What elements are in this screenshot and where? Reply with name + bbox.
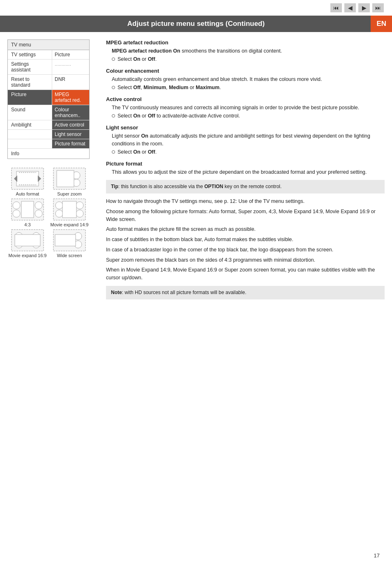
- para-navigate: How to navigate through the TV settings …: [106, 198, 385, 205]
- nav-controls: ⏮ ◀ ▶ ⏭: [330, 3, 384, 12]
- tv-menu-row: Light sensor: [8, 130, 89, 139]
- super-zoom-svg: [53, 167, 86, 190]
- lang-badge: EN: [371, 16, 392, 32]
- svg-rect-9: [57, 170, 74, 187]
- bullet-mpeg: Select On or Off.: [112, 56, 385, 62]
- menu-value-settings-assistant: ............: [52, 60, 89, 74]
- diagram-super-zoom-label: Super zoom: [57, 191, 81, 196]
- top-nav: ⏮ ◀ ▶ ⏭: [0, 0, 392, 16]
- tv-menu-box: TV menu TV settings Picture Settings ass…: [7, 39, 90, 159]
- menu-label-settings-assistant[interactable]: Settings assistant: [8, 60, 52, 74]
- page-title-bar: Adjust picture menu settings (Continued)…: [0, 16, 392, 32]
- svg-point-20: [76, 210, 83, 217]
- menu-label-reset[interactable]: Reset to standard: [8, 75, 52, 90]
- section-body-light: Light sensor On automatically adjusts th…: [112, 132, 385, 147]
- four-three-svg: [11, 198, 44, 221]
- section-body-picture-format: This allows you to adjust the size of th…: [112, 168, 385, 176]
- menu-value-active-control[interactable]: Active control: [52, 120, 89, 129]
- nav-first-button[interactable]: ⏮: [330, 3, 342, 12]
- diagram-movie-169-label: Movie expand 16:9: [9, 253, 47, 258]
- svg-point-11: [13, 202, 20, 209]
- bullet-circle: [112, 150, 115, 154]
- right-panel: MPEG artefact reduction MPEG artefact re…: [98, 39, 385, 304]
- menu-value-picture[interactable]: Picture: [52, 50, 89, 59]
- bullet-circle: [112, 58, 115, 61]
- section-title-picture-format: Picture format: [106, 161, 385, 167]
- movie-169-svg: [11, 229, 44, 252]
- diagram-movie-169: Movie expand 16:9: [7, 229, 48, 258]
- tv-menu-row: Ambilight Active control: [8, 120, 89, 130]
- nav-prev-button[interactable]: ◀: [344, 3, 356, 12]
- main-content: TV menu TV settings Picture Settings ass…: [0, 32, 392, 308]
- tv-menu-row: TV settings Picture: [8, 50, 89, 60]
- svg-rect-15: [21, 201, 34, 218]
- diagram-wide-screen: Wide screen: [49, 229, 90, 258]
- bullet-light: Select On or Off.: [112, 149, 385, 155]
- menu-label-tv-settings[interactable]: TV settings: [8, 50, 52, 59]
- menu-label-empty2: [8, 139, 52, 148]
- menu-value-dnr[interactable]: DNR: [52, 75, 89, 90]
- diagram-movie-149: Movie expand 14:9: [49, 198, 90, 227]
- menu-label-ambilight[interactable]: Ambilight: [8, 120, 52, 129]
- left-panel: TV menu TV settings Picture Settings ass…: [7, 39, 98, 304]
- diagram-auto-format: Auto format: [7, 167, 48, 196]
- diagram-four-three: 4:3: [7, 198, 48, 227]
- para-auto-format: Auto format makes the picture fill the s…: [106, 225, 385, 233]
- para-logo: In case of a broadcaster logo in the cor…: [106, 246, 385, 254]
- section-body-mpeg: MPEG artefact reduction On smoothens the…: [112, 47, 385, 55]
- tv-menu-row: Picture format: [8, 139, 89, 149]
- svg-rect-31: [55, 235, 76, 246]
- svg-point-19: [76, 202, 83, 209]
- para-superzoom: Super zoom removes the black bars on the…: [106, 256, 385, 264]
- tv-menu-row: Settings assistant ............: [8, 60, 89, 75]
- diagram-auto-format-label: Auto format: [16, 191, 39, 196]
- para-subtitles: In case of subtitles in the bottom black…: [106, 236, 385, 244]
- para-cursor: When in Movie Expand 14:9, Movie Expand …: [106, 266, 385, 282]
- menu-value-colour[interactable]: Colour enhancem..: [52, 105, 89, 120]
- section-title-mpeg: MPEG artefact reduction: [106, 39, 385, 46]
- wide-screen-svg: [53, 229, 86, 252]
- nav-last-button[interactable]: ⏭: [372, 3, 384, 12]
- menu-label-sound[interactable]: Sound: [8, 105, 52, 120]
- section-title-active: Active control: [106, 96, 385, 102]
- diagram-super-zoom: Super zoom: [49, 167, 90, 196]
- bullet-colour: Select Off, Minimum, Medium or Maximum.: [112, 85, 385, 90]
- tv-menu-row-picture: Picture MPEG artefact red.: [8, 90, 89, 105]
- menu-info-row[interactable]: Info: [8, 149, 89, 159]
- svg-point-17: [55, 202, 63, 209]
- svg-point-12: [13, 210, 20, 217]
- nav-next-button[interactable]: ▶: [358, 3, 370, 12]
- bullet-circle: [112, 86, 115, 89]
- para-formats: Choose among the following picture forma…: [106, 208, 385, 223]
- diagram-wide-screen-label: Wide screen: [57, 253, 82, 258]
- section-body-colour: Automatically controls green enhancement…: [112, 76, 385, 83]
- bullet-circle: [112, 114, 115, 117]
- svg-rect-27: [15, 235, 40, 246]
- svg-point-14: [35, 210, 42, 217]
- tv-menu-row: Reset to standard DNR: [8, 75, 89, 90]
- auto-format-svg: [11, 167, 44, 190]
- section-title-light: Light sensor: [106, 124, 385, 131]
- page-title: Adjust picture menu settings (Continued): [127, 20, 265, 28]
- movie-149-svg: [53, 198, 86, 221]
- section-body-active: The TV continuously measures and correct…: [112, 104, 385, 111]
- bullet-active: Select On or Off to activate/de-activate…: [112, 113, 385, 119]
- svg-rect-1: [16, 171, 39, 186]
- format-diagrams: Auto format Super zoom: [7, 167, 90, 258]
- tv-menu-row: Sound Colour enhancem..: [8, 105, 89, 120]
- note-label: Note: [111, 290, 122, 295]
- menu-value-picture-format[interactable]: Picture format: [52, 139, 89, 148]
- section-title-colour: Colour enhancement: [106, 68, 385, 74]
- tv-menu-title: TV menu: [8, 40, 89, 50]
- menu-value-light-sensor[interactable]: Light sensor: [52, 130, 89, 139]
- menu-value-mpeg[interactable]: MPEG artefact red.: [52, 90, 89, 105]
- svg-point-18: [55, 210, 63, 217]
- menu-label-picture[interactable]: Picture: [8, 90, 52, 105]
- menu-label-empty1: [8, 130, 52, 139]
- diagram-four-three-label: 4:3: [24, 222, 30, 227]
- svg-rect-21: [62, 201, 76, 218]
- tip-box: Tip: this function is also accessible vi…: [106, 180, 385, 193]
- page-number: 17: [374, 552, 380, 559]
- svg-point-13: [35, 202, 42, 209]
- tip-label: Tip: [111, 184, 118, 189]
